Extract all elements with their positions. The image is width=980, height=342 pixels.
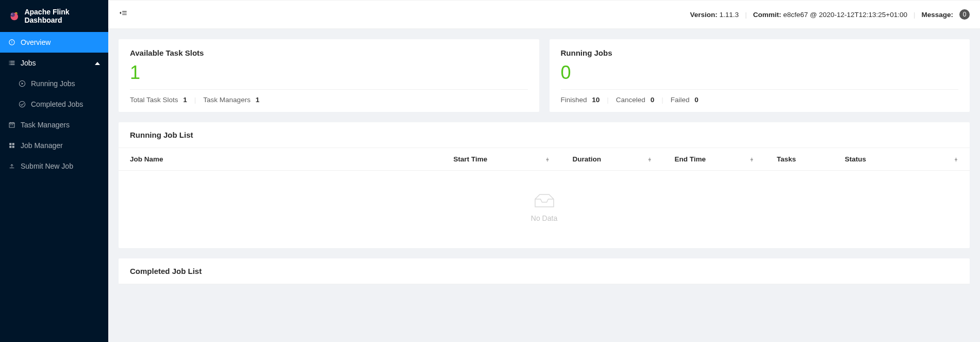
bars-icon (8, 59, 15, 67)
version-label: Version: (690, 11, 718, 19)
sidebar-item-label: Completed Jobs (31, 100, 83, 108)
flink-logo-icon (8, 10, 19, 22)
col-end-time[interactable]: End Time ▲▼ (663, 148, 766, 171)
card-title: Available Task Slots (130, 48, 528, 57)
build-icon (8, 142, 15, 149)
sidebar-item-label: Running Jobs (31, 79, 75, 88)
card-value: 0 (561, 63, 959, 82)
sidebar-item-label: Task Managers (21, 121, 70, 129)
panel-running-job-list: Running Job List Job Name Start Time ▲▼ (119, 122, 970, 248)
value: 0 (651, 96, 655, 104)
message-count-badge[interactable]: 0 (959, 9, 970, 20)
check-circle-icon (19, 101, 26, 108)
col-label: Start Time (453, 155, 487, 163)
label: Total Task Slots (130, 96, 178, 104)
card-value: 1 (130, 63, 528, 82)
sidebar-group-label: Jobs (21, 59, 36, 67)
separator: | (607, 96, 609, 104)
sidebar-item-submit-new-job[interactable]: Submit New Job (0, 156, 108, 176)
sidebar-item-label: Overview (21, 38, 51, 46)
col-label: Status (845, 155, 866, 163)
svg-point-2 (11, 14, 12, 15)
content: Available Task Slots 1 Total Task Slots … (108, 29, 980, 295)
divider (130, 89, 528, 90)
brand: Apache Flink Dashboard (0, 0, 108, 32)
brand-title: Apache Flink Dashboard (24, 8, 100, 24)
card-footer: Finished 10 | Canceled 0 | Failed 0 (561, 96, 959, 104)
col-tasks[interactable]: Tasks (766, 148, 834, 171)
panel-head: Completed Job List (119, 258, 970, 284)
sidebar: Apache Flink Dashboard Overview Jobs Run… (0, 0, 108, 342)
value: 0 (694, 96, 699, 104)
finished: Finished 10 (561, 96, 600, 104)
message: Message: (921, 11, 953, 19)
empty-state: No Data (119, 171, 970, 248)
sidebar-item-running-jobs[interactable]: Running Jobs (0, 73, 108, 94)
total-task-slots: Total Task Slots 1 (130, 96, 187, 104)
separator: | (913, 11, 916, 19)
dashboard-icon (8, 39, 15, 46)
col-duration[interactable]: Duration ▲▼ (561, 148, 663, 171)
sidebar-item-completed-jobs[interactable]: Completed Jobs (0, 94, 108, 115)
panel-title: Completed Job List (130, 267, 958, 275)
commit: Commit: e8cfe67 @ 2020-12-12T12:13:25+01… (753, 11, 907, 19)
value: 10 (592, 96, 600, 104)
running-jobs-table: Job Name Start Time ▲▼ Duration ▲▼ (119, 148, 970, 248)
label: Task Managers (203, 96, 251, 104)
header-meta: Version: 1.11.3 | Commit: e8cfe67 @ 2020… (690, 9, 970, 20)
sidebar-group-jobs[interactable]: Jobs (0, 53, 108, 73)
version-value: 1.11.3 (720, 11, 739, 19)
sort-icon: ▲▼ (750, 157, 754, 161)
sort-icon: ▲▼ (954, 157, 958, 161)
menu-fold-icon[interactable] (119, 9, 128, 20)
sort-icon: ▲▼ (647, 157, 652, 161)
sort-icon: ▲▼ (545, 157, 550, 161)
col-job-name[interactable]: Job Name (119, 148, 442, 171)
sidebar-item-task-managers[interactable]: Task Managers (0, 115, 108, 135)
col-label: End Time (675, 155, 706, 163)
panel-title: Running Job List (130, 131, 958, 139)
card-footer: Total Task Slots 1 | Task Managers 1 (130, 96, 528, 104)
failed: Failed 0 (671, 96, 699, 104)
separator: | (745, 11, 747, 19)
label: Finished (561, 96, 587, 104)
divider (561, 89, 959, 90)
main: Version: 1.11.3 | Commit: e8cfe67 @ 2020… (108, 0, 980, 342)
schedule-icon (8, 121, 15, 128)
sidebar-item-label: Job Manager (21, 141, 63, 150)
message-label: Message: (921, 11, 953, 19)
version: Version: 1.11.3 (690, 11, 739, 19)
label: Canceled (616, 96, 645, 104)
empty-text: No Data (119, 214, 970, 222)
upload-icon (8, 162, 15, 170)
col-status[interactable]: Status ▲▼ (834, 148, 970, 171)
card-running-jobs: Running Jobs 0 Finished 10 | Canceled 0 … (550, 39, 970, 112)
value: 1 (256, 96, 260, 104)
stat-cards-row: Available Task Slots 1 Total Task Slots … (119, 39, 970, 112)
commit-label: Commit: (753, 11, 782, 19)
col-start-time[interactable]: Start Time ▲▼ (442, 148, 561, 171)
commit-ts: @ 2020-12-12T12:13:25+01:00 (810, 11, 907, 19)
separator: | (661, 96, 663, 104)
task-managers: Task Managers 1 (203, 96, 259, 104)
commit-hash: e8cfe67 (783, 11, 808, 19)
label: Failed (671, 96, 690, 104)
panel-head: Running Job List (119, 122, 970, 148)
canceled: Canceled 0 (616, 96, 654, 104)
sidebar-menu: Overview Jobs Running Jobs Completed Job… (0, 32, 108, 176)
col-label: Tasks (777, 155, 796, 163)
panel-completed-job-list: Completed Job List (119, 258, 970, 284)
card-available-task-slots: Available Task Slots 1 Total Task Slots … (119, 39, 539, 112)
col-label: Duration (573, 155, 602, 163)
sidebar-item-overview[interactable]: Overview (0, 32, 108, 53)
value: 1 (183, 96, 187, 104)
inbox-icon (119, 191, 970, 210)
col-label: Job Name (130, 155, 163, 163)
svg-point-1 (10, 12, 15, 17)
topbar: Version: 1.11.3 | Commit: e8cfe67 @ 2020… (108, 0, 980, 29)
sidebar-item-job-manager[interactable]: Job Manager (0, 135, 108, 156)
play-circle-icon (19, 80, 26, 87)
sidebar-item-label: Submit New Job (21, 162, 73, 170)
card-title: Running Jobs (561, 48, 959, 57)
separator: | (194, 96, 196, 104)
